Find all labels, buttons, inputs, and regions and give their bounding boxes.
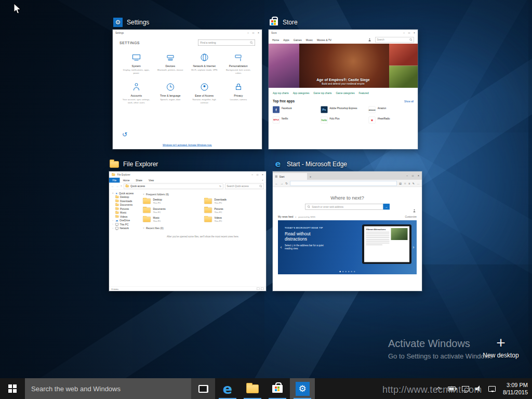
ribbon-tab-home: Home [120, 178, 133, 183]
minimize-icon: – [403, 31, 405, 34]
ribbon-collapse-icon: ∨ [259, 178, 266, 183]
browser-tab-start: Start [273, 173, 307, 180]
thumbnail-title: Start - Microsoft Edge [287, 161, 347, 168]
store-app-tile-photoshop: Ps Adobe Photoshop Express [321, 107, 365, 113]
search-icon [260, 185, 262, 188]
tray-action-center-button[interactable] [488, 386, 496, 392]
window-title-text: Settings [115, 32, 124, 34]
folder-icon [115, 216, 119, 218]
address-toolbar: ← → ↑ Quick access ↻ Search Quick access [109, 183, 266, 190]
section-title: Top free apps [273, 99, 295, 103]
task-view-icon [198, 385, 208, 393]
minimize-icon: – [251, 173, 253, 176]
address-bar [290, 181, 397, 186]
store-nav-movies: Movies & TV [317, 38, 331, 42]
settings-app-icon: ⚙ [113, 18, 123, 27]
task-view-thumbnail-edge[interactable]: e Start - Microsoft Edge Start + – □ × [273, 171, 422, 291]
settings-search-placeholder: Find a setting [201, 41, 249, 44]
forward-icon: → [116, 185, 119, 188]
taskbar-file-explorer-button[interactable] [240, 378, 265, 399]
url-watermark: http://www.tecmint.com [382, 384, 482, 395]
sidebar-item-pictures: Pictures [109, 207, 140, 211]
folder-icon [204, 198, 212, 204]
window-title-text: Store [271, 32, 277, 34]
file-explorer-window-preview[interactable]: File Explorer – □ × File Home Share View… [109, 171, 266, 291]
window-controls: – □ × [247, 31, 259, 34]
web-search-box: Search or enter web address [305, 204, 383, 210]
start-button[interactable] [0, 378, 25, 399]
window-controls: – □ × [403, 31, 415, 34]
taskbar-search[interactable] [25, 378, 191, 399]
taskbar-search-input[interactable] [25, 378, 191, 399]
settings-window-preview[interactable]: Settings – □ × SETTINGS Find a setting [113, 30, 262, 149]
link-game-categories: Game categories [336, 91, 354, 95]
photoshop-icon: Ps [321, 107, 327, 113]
store-nav: Home Apps Games Music Movies & TV Search [269, 36, 418, 44]
thumbnail-label-store[interactable]: Store [269, 18, 298, 27]
folder-item-downloads: DownloadsThis PC [204, 198, 263, 205]
chevron-down-icon: ∨ [143, 193, 144, 196]
edge-icon: e [223, 382, 232, 396]
task-view-thumbnail-store[interactable]: Store Store – □ × Home Apps Games Music [269, 30, 418, 149]
window-controls: – □ × [404, 174, 422, 177]
settings-app: Settings – □ × SETTINGS Find a setting [113, 30, 262, 149]
task-view-thumbnail-file-explorer[interactable]: File Explorer File Explorer – □ × File H… [109, 171, 266, 291]
edge-app: Start + – □ × ← → ↻ ▤ ☆ [273, 171, 422, 291]
taskbar-edge-button[interactable]: e [215, 378, 240, 399]
edge-app-icon: e [273, 159, 283, 169]
new-desktop-label: New desktop [483, 352, 518, 359]
facebook-icon: f [273, 107, 280, 113]
store-window-preview[interactable]: Store – □ × Home Apps Games Music Movies… [269, 30, 418, 149]
folder-item-desktop: DesktopThis PC [143, 198, 202, 205]
action-center-icon [488, 386, 496, 392]
store-hero-banner: Age of Empires®: Castle Siege Build and … [269, 44, 418, 88]
hero-photo-food-top [389, 44, 418, 66]
store-app-tile-iheartradio: ♥ iHeartRadio [369, 117, 414, 124]
start-heading: Where to next? [273, 187, 422, 201]
folder-item-documents: DocumentsThis PC [143, 207, 202, 214]
thumbnail-view-icon [261, 288, 264, 290]
settings-header: SETTINGS [119, 41, 140, 45]
thumbnail-title: File Explorer [123, 161, 158, 168]
settings-category-grid: System Display, notifications, apps, pow… [113, 46, 262, 104]
sidebar-item-desktop: Desktop [109, 195, 140, 200]
article-image [391, 228, 408, 240]
folder-icon [112, 174, 115, 176]
thumbnail-label-settings[interactable]: ⚙ Settings [113, 18, 149, 27]
edge-window-preview[interactable]: Start + – □ × ← → ↻ ▤ ☆ [273, 171, 422, 291]
store-category-links: App top charts App categories Game top c… [269, 88, 418, 98]
task-view-button[interactable] [191, 378, 215, 399]
maximize-icon: □ [408, 31, 410, 34]
taskbar-clock[interactable]: 3:09 PM 8/11/2015 [503, 381, 528, 396]
customize-link: Customize [405, 216, 417, 219]
store-icon [272, 385, 283, 393]
tablet-illustration: Vibrant Attractions [362, 224, 411, 264]
taskbar-store-button[interactable] [265, 378, 290, 399]
netflix-icon: NETFLIX [273, 117, 280, 124]
settings-category-privacy: Privacy Location, camera [223, 82, 255, 104]
folder-icon [115, 211, 119, 214]
hero-photo-food-bottom [389, 66, 418, 88]
reading-view-icon: ▤ [399, 182, 402, 185]
feed-powered-by: powered by MSN [298, 216, 315, 218]
windows-logo-icon [8, 384, 17, 393]
up-icon: ↑ [121, 185, 122, 188]
settings-category-system: System Display, notifications, apps, pow… [121, 52, 152, 74]
taskbar-settings-button[interactable]: ⚙ [290, 378, 315, 399]
new-desktop-button[interactable]: + New desktop [482, 336, 520, 359]
plus-icon: + [496, 336, 506, 350]
item-count: 6 items [112, 287, 119, 290]
mouse-cursor-icon [14, 3, 22, 15]
close-icon: × [262, 173, 263, 176]
favorites-star-icon: ☆ [404, 182, 406, 185]
forward-icon: → [281, 182, 284, 185]
store-app-tile-hulu: hulu Hulu Plus [321, 117, 365, 124]
carousel-dots [340, 271, 355, 273]
carousel-next-icon: › [413, 245, 414, 250]
folder-icon [143, 217, 151, 222]
gear-icon: ⚙ [115, 19, 121, 25]
status-bar: 6 items [109, 286, 266, 291]
thumbnail-label-edge[interactable]: e Start - Microsoft Edge [273, 159, 347, 169]
thumbnail-label-file-explorer[interactable]: File Explorer [110, 159, 158, 169]
task-view-thumbnail-settings[interactable]: ⚙ Settings Settings – □ × SETTINGS Find … [113, 30, 262, 149]
